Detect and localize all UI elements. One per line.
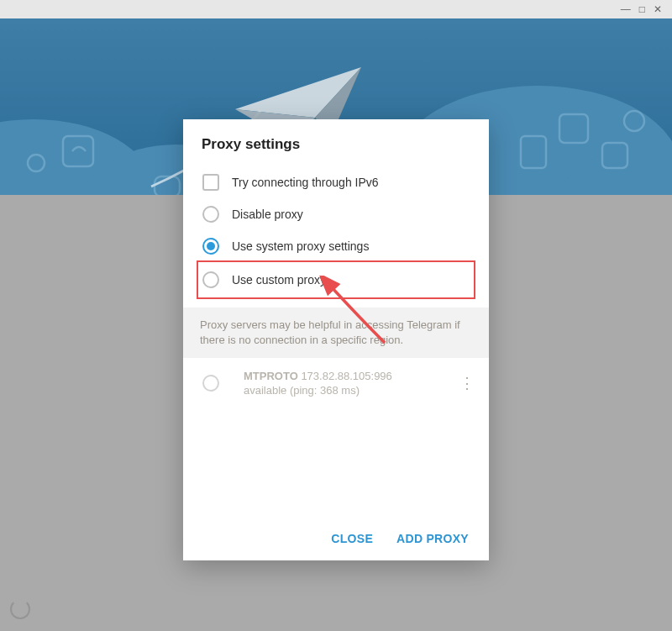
minimize-button[interactable]: — (621, 3, 631, 15)
option-label: Disable proxy (232, 208, 303, 221)
proxy-protocol: MTPROTO (244, 370, 298, 382)
radio-icon (202, 206, 219, 223)
more-menu-icon[interactable]: ⋮ (459, 381, 475, 386)
radio-icon (202, 271, 219, 288)
close-window-button[interactable]: ✕ (654, 3, 662, 15)
dialog-title: Proxy settings (183, 119, 489, 161)
option-ipv6[interactable]: Try connecting through IPv6 (202, 166, 470, 198)
proxy-settings-dialog: Proxy settings Try connecting through IP… (183, 119, 489, 560)
proxy-status: available (ping: 368 ms) (244, 384, 459, 397)
window-controls: — □ ✕ (0, 0, 672, 18)
radio-icon-selected (202, 238, 219, 255)
proxy-address: 173.82.88.105:996 (301, 370, 391, 382)
annotation-highlight: Use custom proxy (197, 260, 475, 299)
close-button[interactable]: CLOSE (331, 532, 373, 545)
option-label: Use system proxy settings (232, 239, 369, 253)
add-proxy-button[interactable]: ADD PROXY (396, 532, 469, 545)
dialog-footer: CLOSE ADD PROXY (183, 520, 489, 560)
proxy-list-item[interactable]: MTPROTO 173.82.88.105:996 available (pin… (183, 358, 489, 408)
option-disable-proxy[interactable]: Disable proxy (202, 198, 470, 230)
checkbox-icon (202, 174, 219, 191)
maximize-button[interactable]: □ (639, 3, 645, 15)
option-label: Use custom proxy (232, 273, 326, 287)
loading-spinner-icon (10, 599, 30, 619)
option-system-proxy[interactable]: Use system proxy settings (202, 230, 470, 262)
proxy-meta: MTPROTO 173.82.88.105:996 available (pin… (244, 370, 459, 397)
option-label: Try connecting through IPv6 (232, 176, 379, 189)
radio-icon (202, 375, 219, 392)
proxy-info-text: Proxy servers may be helpful in accessin… (183, 308, 489, 358)
proxy-options-group: Try connecting through IPv6 Disable prox… (183, 161, 489, 308)
option-custom-proxy[interactable]: Use custom proxy (202, 264, 470, 296)
